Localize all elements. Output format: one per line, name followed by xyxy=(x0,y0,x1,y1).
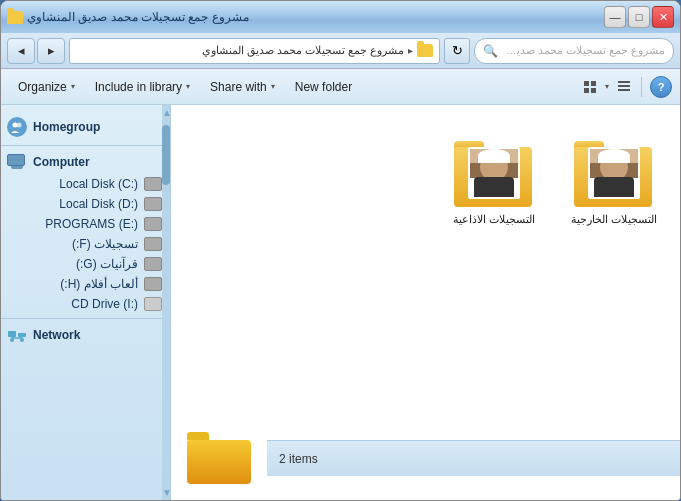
address-text: مشروع جمع تسجيلات محمد صديق المنشاوي xyxy=(202,44,404,57)
sidebar-item-drive-e[interactable]: PROGRAMS (E:) xyxy=(1,214,170,234)
sidebar-item-drive-h[interactable]: ألعاب أفلام (H:) xyxy=(1,274,170,294)
title-folder-icon xyxy=(7,11,23,24)
organize-button[interactable]: Organize ▾ xyxy=(9,73,84,101)
toolbar: Organize ▾ Include in library ▾ Share wi… xyxy=(1,69,680,105)
drive-e-label: PROGRAMS (E:) xyxy=(45,217,138,231)
folder-external-thumb xyxy=(574,127,654,207)
sidebar-item-drive-f[interactable]: تسجيلات (F:) xyxy=(1,234,170,254)
sidebar-scroll: Homegroup Computer Local Disk (C:) xyxy=(1,105,170,500)
view-list-icon xyxy=(583,80,597,94)
svg-rect-0 xyxy=(584,81,589,86)
search-icon: 🔍 xyxy=(483,44,498,58)
svg-rect-3 xyxy=(591,88,596,93)
address-folder-icon xyxy=(417,44,433,57)
disk-g-icon xyxy=(144,257,162,271)
forward-button[interactable]: ▸ xyxy=(37,38,65,64)
minimize-button[interactable]: — xyxy=(604,6,626,28)
sidebar-scrollbar[interactable]: ▲ ▼ xyxy=(162,105,170,500)
help-button[interactable]: ? xyxy=(650,76,672,98)
drive-f-label: تسجيلات (F:) xyxy=(72,237,138,251)
folder-external-portrait xyxy=(588,147,640,199)
file-scroll: التسجيلات الخارجية xyxy=(171,105,680,416)
search-placeholder: مشروع جمع تسجيلات محمد صديق الم... × xyxy=(498,44,665,57)
svg-rect-10 xyxy=(18,333,26,337)
window: مشروع جمع تسجيلات محمد صديق المنشاوي — □… xyxy=(0,0,681,501)
bottom-bar: 2 items xyxy=(171,416,680,500)
sidebar-computer-header[interactable]: Computer xyxy=(1,150,170,174)
bottom-folder-icon xyxy=(187,432,251,484)
folder-radio-thumb xyxy=(454,127,534,207)
items-count: 2 items xyxy=(279,452,318,466)
address-path[interactable]: ▸ مشروع جمع تسجيلات محمد صديق المنشاوي xyxy=(69,38,440,64)
disk-d-icon xyxy=(144,197,162,211)
sidebar: Homegroup Computer Local Disk (C:) xyxy=(1,105,171,500)
homegroup-icon xyxy=(7,117,27,137)
sidebar-item-drive-c[interactable]: Local Disk (C:) xyxy=(1,174,170,194)
drive-c-label: Local Disk (C:) xyxy=(59,177,138,191)
sidebar-item-drive-i[interactable]: CD Drive (I:) xyxy=(1,294,170,314)
sidebar-item-drive-d[interactable]: Local Disk (D:) xyxy=(1,194,170,214)
computer-icon xyxy=(7,154,27,170)
file-area: التسجيلات الخارجية xyxy=(171,105,680,500)
disk-f-icon xyxy=(144,237,162,251)
folder-radio-label: التسجيلات الاذاعية xyxy=(453,213,535,226)
back-button[interactable]: ◂ xyxy=(7,38,35,64)
folder-radio-portrait xyxy=(468,147,520,199)
include-library-button[interactable]: Include in library ▾ xyxy=(86,73,199,101)
svg-rect-1 xyxy=(591,81,596,86)
divider-1 xyxy=(1,145,170,146)
disk-h-icon xyxy=(144,277,162,291)
view-dropdown-arrow: ▾ xyxy=(605,82,609,91)
library-arrow: ▾ xyxy=(186,82,190,91)
drive-h-label: ألعاب أفلام (H:) xyxy=(60,277,138,291)
window-title: مشروع جمع تسجيلات محمد صديق المنشاوي xyxy=(27,10,249,24)
scroll-down[interactable]: ▼ xyxy=(162,487,170,498)
svg-rect-6 xyxy=(618,89,630,91)
title-bar: مشروع جمع تسجيلات محمد صديق المنشاوي — □… xyxy=(1,1,680,33)
layout-icon xyxy=(617,80,631,94)
drive-i-label: CD Drive (I:) xyxy=(71,297,138,311)
disk-c-icon xyxy=(144,177,162,191)
address-bar: ◂ ▸ ▸ مشروع جمع تسجيلات محمد صديق المنشا… xyxy=(1,33,680,69)
folder-external-label: التسجيلات الخارجية xyxy=(571,213,657,226)
sidebar-homegroup-header[interactable]: Homegroup xyxy=(1,113,170,141)
sidebar-network-header[interactable]: Network xyxy=(1,323,170,347)
close-button[interactable]: ✕ xyxy=(652,6,674,28)
folder-external[interactable]: التسجيلات الخارجية xyxy=(564,121,664,232)
refresh-button[interactable]: ↻ xyxy=(444,38,470,64)
share-arrow: ▾ xyxy=(271,82,275,91)
drive-d-label: Local Disk (D:) xyxy=(59,197,138,211)
network-icon xyxy=(7,327,27,343)
scroll-up[interactable]: ▲ xyxy=(162,105,170,118)
scroll-thumb[interactable] xyxy=(162,125,170,185)
view-icon-button[interactable] xyxy=(577,74,603,100)
svg-rect-9 xyxy=(8,331,16,337)
share-with-button[interactable]: Share with ▾ xyxy=(201,73,284,101)
svg-rect-5 xyxy=(618,85,630,87)
search-box[interactable]: مشروع جمع تسجيلات محمد صديق الم... × 🔍 xyxy=(474,38,674,64)
network-label: Network xyxy=(33,328,80,342)
disk-e-icon xyxy=(144,217,162,231)
divider-2 xyxy=(1,318,170,319)
window-controls: — □ ✕ xyxy=(604,6,674,28)
computer-label: Computer xyxy=(33,155,90,169)
maximize-button[interactable]: □ xyxy=(628,6,650,28)
svg-rect-2 xyxy=(584,88,589,93)
svg-point-8 xyxy=(17,123,22,128)
drive-g-label: قرآنيات (G:) xyxy=(76,257,138,271)
organize-arrow: ▾ xyxy=(71,82,75,91)
main-content: Homegroup Computer Local Disk (C:) xyxy=(1,105,680,500)
svg-rect-4 xyxy=(618,81,630,83)
layout-button[interactable] xyxy=(611,74,637,100)
bottom-folder-area xyxy=(171,416,267,500)
status-bar: 2 items xyxy=(267,440,680,476)
view-dropdown[interactable]: ▾ xyxy=(605,82,609,91)
toolbar-separator xyxy=(641,77,642,97)
folder-radio[interactable]: التسجيلات الاذاعية xyxy=(444,121,544,232)
sidebar-item-drive-g[interactable]: قرآنيات (G:) xyxy=(1,254,170,274)
title-bar-left: مشروع جمع تسجيلات محمد صديق المنشاوي xyxy=(7,10,249,24)
new-folder-button[interactable]: New folder xyxy=(286,73,361,101)
nav-buttons: ◂ ▸ xyxy=(7,38,65,64)
view-buttons: ▾ xyxy=(577,74,637,100)
address-arrow: ▸ xyxy=(408,45,413,56)
